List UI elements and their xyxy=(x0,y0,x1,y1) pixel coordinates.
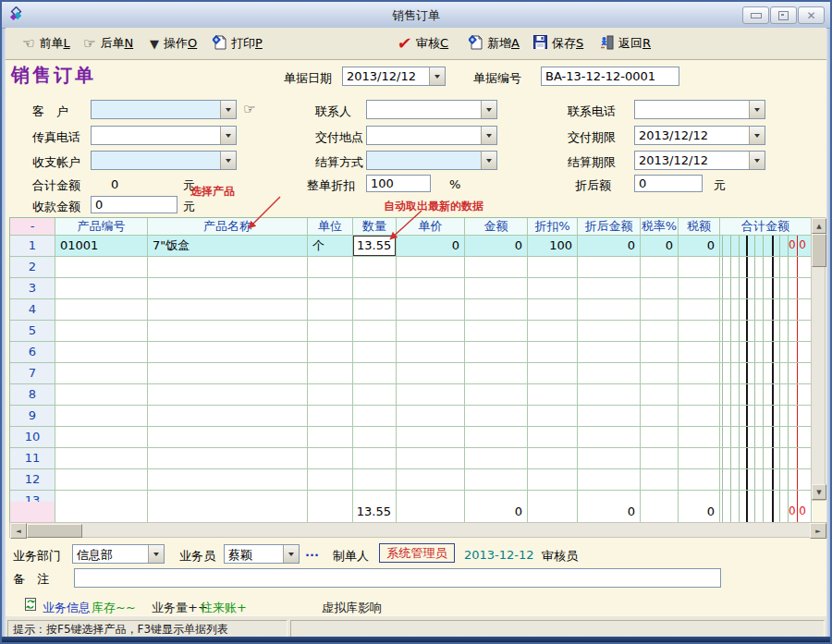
grid-cell-qty[interactable] xyxy=(353,448,397,469)
grid-cell-price[interactable] xyxy=(397,448,465,469)
hscroll-thumb[interactable] xyxy=(27,524,82,538)
grid-cell-discount[interactable]: 100 xyxy=(528,236,578,257)
dept-combo[interactable]: 信息部 xyxy=(72,544,165,564)
grid-cell-tax[interactable] xyxy=(679,448,720,469)
grid-cell-name[interactable] xyxy=(148,321,308,342)
grid-cell-name[interactable] xyxy=(148,427,308,448)
grid-cell-code[interactable] xyxy=(55,469,148,491)
grid-cell-discounted[interactable] xyxy=(578,321,641,342)
grid-cell-taxrate[interactable] xyxy=(641,321,679,342)
grid-cell-tax[interactable] xyxy=(679,406,720,427)
close-button[interactable]: ✕ xyxy=(798,6,825,24)
doc-no-input[interactable] xyxy=(541,67,679,86)
grid-cell-qty[interactable] xyxy=(353,491,397,502)
grid-cell-tax[interactable] xyxy=(679,363,720,384)
grid-cell-total[interactable] xyxy=(720,384,812,406)
grid-cell-total[interactable] xyxy=(720,406,812,427)
prev-order-button[interactable]: ☜ 前单L xyxy=(22,33,70,54)
vscroll-thumb[interactable] xyxy=(812,234,826,267)
grid-cell-name[interactable] xyxy=(148,257,308,278)
grid-cell-unit[interactable] xyxy=(308,278,353,299)
scroll-left-icon[interactable]: ◄ xyxy=(10,523,27,539)
grid-cell-discounted[interactable] xyxy=(578,257,641,278)
grid-cell-tax[interactable]: 0 xyxy=(679,236,720,257)
customer-combo[interactable] xyxy=(91,100,237,119)
grid-cell-name[interactable] xyxy=(148,469,308,491)
grid-cell-tax[interactable] xyxy=(679,321,720,342)
grid-cell-price[interactable]: 0 xyxy=(397,236,465,257)
grid-cell-amount[interactable]: 0 xyxy=(465,236,528,257)
grid-cell-amount[interactable] xyxy=(465,342,528,363)
grid-cell-total[interactable] xyxy=(720,342,812,363)
grid-cell-total[interactable]: 0 0 xyxy=(720,236,812,257)
grid-cell-unit[interactable] xyxy=(308,342,353,363)
grid-cell-tax[interactable] xyxy=(679,299,720,321)
grid-hscrollbar[interactable]: ◄ ► xyxy=(9,522,827,538)
grid-cell-price[interactable] xyxy=(397,469,465,491)
grid-cell-discounted[interactable] xyxy=(578,427,641,448)
business-info-link[interactable]: 业务信息 xyxy=(43,600,91,616)
grid-cell-unit[interactable] xyxy=(308,469,353,491)
grid-cell-discount[interactable] xyxy=(528,491,578,502)
grid-cell-code[interactable] xyxy=(55,257,148,278)
stock-link[interactable]: 库存~~ xyxy=(92,600,136,616)
dropdown-arrow-icon[interactable] xyxy=(481,152,496,169)
grid-cell-amount[interactable] xyxy=(465,257,528,278)
grid-cell-discounted[interactable] xyxy=(578,448,641,469)
grid-cell-code[interactable] xyxy=(55,278,148,299)
grid-cell-taxrate[interactable] xyxy=(641,406,679,427)
settle-method-combo[interactable] xyxy=(366,151,497,170)
next-order-button[interactable]: ☞ 后单N xyxy=(83,33,133,54)
audit-button[interactable]: ✔ 审核C xyxy=(398,33,448,54)
grid-cell-discount[interactable] xyxy=(528,278,578,299)
grid-cell-amount[interactable] xyxy=(465,427,528,448)
grid-cell-discount[interactable] xyxy=(528,321,578,342)
restore-button[interactable] xyxy=(770,6,797,24)
grid-cell-rownum[interactable]: 4 xyxy=(10,299,55,321)
return-button[interactable]: 返回R xyxy=(600,33,651,54)
grid-cell-qty[interactable] xyxy=(353,257,397,278)
grid-cell-tax[interactable] xyxy=(679,427,720,448)
dropdown-arrow-icon[interactable] xyxy=(220,152,236,169)
grid-cell-code[interactable] xyxy=(55,342,148,363)
grid-cell-taxrate[interactable] xyxy=(641,342,679,363)
grid-cell-taxrate[interactable] xyxy=(641,427,679,448)
grid-cell-price[interactable] xyxy=(397,299,465,321)
grid-cell-total[interactable] xyxy=(720,448,812,469)
grid-cell-taxrate[interactable] xyxy=(641,257,679,278)
grid-cell-discount[interactable] xyxy=(528,406,578,427)
grid-cell-discounted[interactable]: 0 xyxy=(578,236,641,257)
grid-cell-taxrate[interactable] xyxy=(641,469,679,491)
grid-cell-rownum[interactable]: 6 xyxy=(10,342,55,363)
order-discount-input[interactable] xyxy=(366,175,431,192)
grid-cell-taxrate[interactable] xyxy=(641,384,679,406)
pointing-hand-icon[interactable]: ☞ xyxy=(243,101,255,117)
save-button[interactable]: 保存S xyxy=(533,33,583,54)
grid-cell-name[interactable] xyxy=(148,299,308,321)
grid-cell-discount[interactable] xyxy=(528,448,578,469)
dropdown-arrow-icon[interactable] xyxy=(220,101,236,118)
grid-cell-rownum[interactable]: 9 xyxy=(10,406,55,427)
grid-cell-code[interactable] xyxy=(55,384,148,406)
grid-cell-price[interactable] xyxy=(397,363,465,384)
grid-cell-price[interactable] xyxy=(397,406,465,427)
grid-cell-amount[interactable] xyxy=(465,406,528,427)
received-amount-input[interactable] xyxy=(91,196,177,213)
dropdown-arrow-icon[interactable] xyxy=(283,545,299,563)
grid-cell-amount[interactable] xyxy=(465,469,528,491)
grid-cell-unit[interactable] xyxy=(308,406,353,427)
grid-cell-qty[interactable] xyxy=(353,299,397,321)
grid-cell-name[interactable] xyxy=(148,342,308,363)
grid-cell-code[interactable] xyxy=(55,321,148,342)
grid-cell-name[interactable]: 7"饭盒 xyxy=(148,236,308,257)
grid-cell-rownum[interactable]: 7 xyxy=(10,363,55,384)
grid-cell-discount[interactable] xyxy=(528,363,578,384)
grid-cell-qty[interactable]: 13.55 xyxy=(353,236,397,257)
delivery-place-combo[interactable] xyxy=(366,126,497,145)
fax-combo[interactable] xyxy=(91,126,237,145)
grid-cell-code[interactable] xyxy=(55,299,148,321)
grid-cell-qty[interactable] xyxy=(353,278,397,299)
grid-cell-rownum[interactable]: 11 xyxy=(10,448,55,469)
grid-cell-rownum[interactable]: 8 xyxy=(10,384,55,406)
grid-cell-tax[interactable] xyxy=(679,278,720,299)
